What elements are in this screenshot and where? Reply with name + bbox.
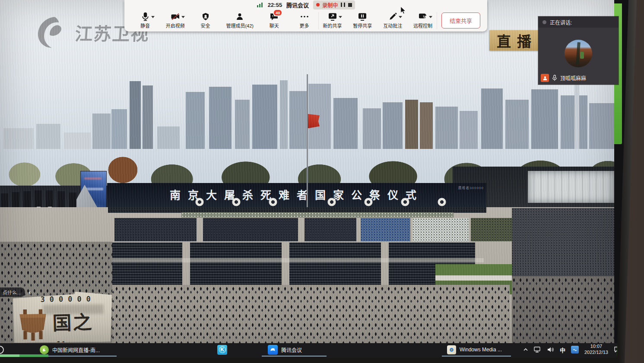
recording-pause-button[interactable]: [340, 3, 346, 7]
wreath: [327, 198, 336, 206]
speaker-dot-icon: [542, 20, 546, 24]
pause-share-icon: [358, 12, 367, 21]
annotate-button[interactable]: 互动批注: [383, 12, 402, 29]
tray-date: 2022/12/13: [584, 350, 608, 356]
person-icon: [235, 12, 244, 21]
host-role-icon: [541, 74, 549, 82]
half-mast-flag: [308, 114, 320, 128]
share-screen-icon: [328, 12, 337, 21]
comment-overlay: 点什么... ‹: [0, 287, 31, 297]
input-language-indicator[interactable]: 中: [560, 346, 565, 354]
speaker-name: 顶呱呱麻麻: [560, 74, 586, 82]
wreath: [401, 198, 409, 206]
wmp-icon: [447, 345, 456, 354]
monitor-photo: 国家公祭 国家公祭 国家公祭 国家公祭 国家公祭 国家公祭 国家公祭 南京大屠杀…: [0, 0, 644, 363]
speaker-footer: 顶呱呱麻麻: [538, 74, 589, 82]
chat-button[interactable]: 40 聊天: [265, 12, 284, 29]
wreath: [364, 198, 373, 206]
taskbar-progress-bar: [0, 354, 48, 357]
signal-icon: [257, 2, 263, 7]
recording-pill: 录制中: [313, 0, 355, 9]
formation-navy-1: [114, 218, 197, 241]
speaking-label: 正在讲话:: [550, 19, 572, 26]
tray-time: 10:07: [584, 344, 608, 350]
monitor-screen: 国家公祭 国家公祭 国家公祭 国家公祭 国家公祭 国家公祭 国家公祭 南京大屠杀…: [0, 0, 644, 363]
cnnews-icon: [40, 345, 49, 354]
taskbar-app-wmp[interactable]: Windows Media ...: [447, 343, 502, 356]
start-video-button[interactable]: 开启视频: [166, 12, 185, 29]
flagpole: [307, 74, 308, 226]
annotate-caret-icon[interactable]: [399, 16, 402, 18]
taskbar-app-k[interactable]: K: [217, 343, 227, 356]
memorial-title-text: 国之祭: [52, 306, 114, 343]
ding-cauldron-icon: [15, 304, 51, 342]
app-title: 腾讯会议: [286, 1, 309, 9]
video-caret-icon[interactable]: [181, 16, 185, 18]
camera-off-icon: [171, 12, 180, 21]
right-foreground-crowd: [512, 276, 614, 343]
collapse-arrow-icon: ‹: [29, 288, 31, 296]
meeting-button-row: 静音 开启视频: [124, 9, 487, 32]
remote-caret-icon[interactable]: [429, 16, 432, 18]
remote-control-button[interactable]: 远程控制: [413, 12, 432, 29]
recording-stop-button[interactable]: [348, 3, 352, 7]
formation-block-1: [108, 243, 182, 286]
speaker-avatar: [565, 40, 592, 67]
recording-dot-icon: [316, 3, 320, 6]
wreath: [195, 198, 204, 206]
formation-navy-2: [203, 218, 298, 241]
relief-sculpture-panel: [528, 171, 614, 203]
pen-icon: [388, 12, 397, 21]
meeting-toolbar-panel: 22:55 腾讯会议 录制中: [124, 0, 487, 32]
security-button[interactable]: 安全: [196, 12, 215, 29]
mic-status-icon: [552, 75, 558, 82]
flower-bed: [181, 212, 454, 218]
speaker-video-thumbnail[interactable]: 正在讲话: 顶呱呱麻麻: [538, 16, 619, 85]
live-badge: 直播: [489, 30, 539, 51]
end-share-button[interactable]: 结束共享: [441, 13, 480, 28]
wreath: [232, 198, 241, 206]
meeting-statusbar: 22:55 腾讯会议 录制中: [124, 0, 487, 9]
network-icon[interactable]: [534, 347, 542, 353]
tencent-meeting-icon: [268, 345, 278, 355]
new-share-caret-icon[interactable]: [339, 16, 342, 18]
shared-screen-video: 国家公祭 国家公祭 国家公祭 国家公祭 国家公祭 国家公祭 国家公祭 南京大屠杀…: [0, 0, 614, 343]
mute-button[interactable]: 静音: [136, 12, 155, 29]
chat-unread-badge: 40: [273, 9, 282, 16]
formation-block-2: [190, 243, 282, 286]
memorial-main-wall: 南京大屠杀死难者国家公祭仪式 遇难者300000: [107, 183, 486, 209]
jstv-logo-icon: [33, 14, 72, 51]
meeting-duration: 22:55: [268, 2, 282, 8]
microphone-icon: [141, 12, 150, 21]
more-button[interactable]: 更多: [295, 12, 314, 29]
formation-blue: [361, 218, 410, 241]
cropped-taskbar-icon[interactable]: [0, 346, 4, 354]
tray-chevron-icon[interactable]: [523, 348, 528, 351]
comment-text: 点什么...: [0, 287, 25, 297]
tray-clock[interactable]: 10:07 2022/12/13: [584, 344, 608, 356]
walkway: [108, 258, 484, 262]
remote-control-icon: [418, 12, 428, 21]
wreath: [269, 198, 277, 206]
mute-caret-icon[interactable]: [151, 16, 155, 18]
pause-share-button[interactable]: 暂停共享: [353, 12, 372, 29]
manage-members-button[interactable]: 管理成员(42): [226, 12, 254, 29]
new-share-button[interactable]: 新的共享: [323, 12, 342, 29]
system-tray: 中 10:07 2022/12/13 1: [523, 343, 622, 356]
memorial-title-graphic: 300000 国之祭: [13, 291, 112, 343]
k-app-icon: K: [217, 345, 227, 355]
shield-icon: [201, 12, 210, 21]
taskbar-app-cnnews[interactable]: 中国新闻网直播-南...: [40, 343, 100, 356]
formation-navy-3: [305, 218, 356, 241]
ceremony-banner-text: 南京大屠杀死难者国家公祭仪式: [170, 186, 424, 202]
speaker-volume-icon[interactable]: [547, 347, 554, 353]
recording-label: 录制中: [322, 1, 338, 9]
formation-white: [412, 218, 469, 241]
wreath: [438, 198, 446, 206]
mouse-cursor: [400, 6, 407, 15]
taskbar-app-meeting[interactable]: 腾讯会议: [268, 343, 302, 356]
tray-app-icon[interactable]: [571, 346, 579, 354]
ellipsis-icon: [300, 12, 309, 21]
foreground-crowd: [108, 285, 510, 343]
wall-side-text: 遇难者300000: [458, 185, 484, 190]
